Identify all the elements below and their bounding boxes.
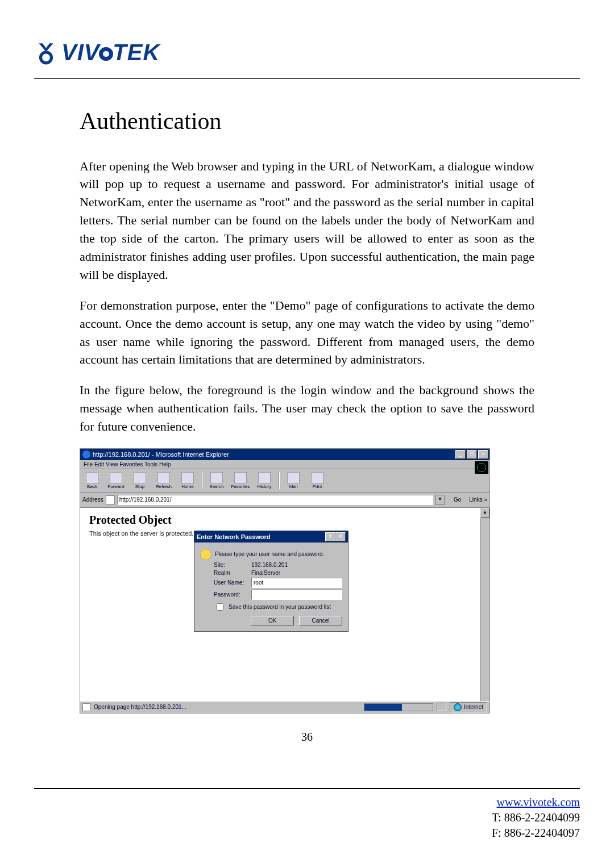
progress-bar bbox=[364, 703, 433, 711]
paragraph: In the figure below, the foreground is t… bbox=[80, 381, 534, 436]
ok-button[interactable]: OK bbox=[251, 616, 294, 625]
stop-button[interactable]: Stop bbox=[130, 472, 150, 489]
logo-text: VIVTEK bbox=[61, 40, 160, 65]
page-number: 36 bbox=[34, 731, 580, 744]
realm-label: Realm bbox=[214, 570, 248, 576]
browser-screenshot: http://192.168.0.201/ - Microsoft Intern… bbox=[80, 448, 490, 713]
footer-tel: T: 886-2-22404099 bbox=[492, 811, 580, 824]
page-title: Authentication bbox=[80, 107, 534, 135]
paragraph: After opening the Web browser and typing… bbox=[80, 157, 534, 284]
home-button[interactable]: Home bbox=[178, 472, 197, 489]
logo: VIVTEK bbox=[34, 40, 580, 67]
minimize-button[interactable]: _ bbox=[455, 450, 466, 459]
globe-icon bbox=[454, 703, 462, 711]
window-titlebar: http://192.168.0.201/ - Microsoft Intern… bbox=[80, 449, 489, 460]
username-input[interactable]: root bbox=[251, 578, 342, 588]
password-label: Password: bbox=[214, 591, 248, 598]
dialog-titlebar: Enter Network Password ? × bbox=[194, 531, 348, 542]
address-dropdown[interactable]: ▼ bbox=[435, 495, 445, 505]
cancel-button[interactable]: Cancel bbox=[299, 616, 342, 625]
forward-button[interactable]: Forward bbox=[106, 472, 126, 489]
auth-dialog: Enter Network Password ? × Please type y… bbox=[194, 531, 349, 632]
dialog-help-button[interactable]: ? bbox=[325, 532, 335, 541]
logo-mark-icon bbox=[34, 41, 58, 65]
close-button[interactable]: × bbox=[478, 450, 488, 459]
history-button[interactable]: History bbox=[255, 472, 274, 489]
dialog-title: Enter Network Password bbox=[197, 533, 271, 540]
password-input[interactable] bbox=[251, 590, 342, 600]
svg-marker-0 bbox=[39, 43, 53, 52]
site-value: 192.168.0.201 bbox=[251, 562, 288, 568]
zone-pane: Internet bbox=[450, 702, 487, 712]
search-button[interactable]: Search bbox=[207, 472, 226, 489]
save-password-checkbox[interactable] bbox=[216, 603, 223, 611]
address-input[interactable]: http://192.168.0.201/ bbox=[117, 495, 433, 505]
back-button[interactable]: Back bbox=[82, 472, 102, 489]
save-password-label: Save this password in your password list bbox=[229, 604, 331, 610]
footer: www.vivotek.com T: 886-2-22404099 F: 886… bbox=[0, 795, 614, 846]
browser-viewport: Protected Object This object on the serv… bbox=[80, 508, 489, 701]
username-label: User Name: bbox=[214, 579, 248, 586]
svg-point-1 bbox=[41, 52, 52, 62]
maximize-button[interactable]: □ bbox=[467, 450, 477, 459]
status-pane bbox=[437, 703, 446, 711]
scroll-up-icon[interactable]: ▲ bbox=[480, 508, 489, 518]
zone-label: Internet bbox=[464, 704, 483, 710]
site-label: Site: bbox=[214, 562, 248, 568]
footer-rule bbox=[34, 788, 580, 789]
realm-value: FinalServer bbox=[251, 570, 280, 576]
footer-url[interactable]: www.vivotek.com bbox=[497, 796, 580, 808]
paragraph: For demonstration purpose, enter the "De… bbox=[80, 297, 534, 369]
toolbar: Back Forward Stop Refresh Home Search Fa… bbox=[80, 469, 489, 493]
page-icon bbox=[82, 703, 90, 711]
address-bar: Address http://192.168.0.201/ ▼ Go Links… bbox=[80, 493, 489, 508]
window-title: http://192.168.0.201/ - Microsoft Intern… bbox=[93, 451, 229, 458]
status-bar: Opening page http://192.168.0.201... Int… bbox=[80, 701, 489, 713]
throbber-icon bbox=[475, 461, 488, 474]
footer-fax: F: 886-2-22404097 bbox=[492, 827, 580, 839]
favorites-button[interactable]: Favorites bbox=[231, 472, 250, 489]
links-button[interactable]: Links » bbox=[469, 496, 487, 503]
key-icon bbox=[200, 549, 211, 560]
go-button[interactable]: Go bbox=[454, 496, 461, 503]
refresh-button[interactable]: Refresh bbox=[154, 472, 173, 489]
ie-logo-icon bbox=[82, 450, 90, 458]
mail-button[interactable]: Mail bbox=[284, 472, 303, 489]
menubar[interactable]: File Edit View Favorites Tools Help bbox=[80, 460, 489, 469]
dialog-close-button[interactable]: × bbox=[335, 532, 346, 541]
error-title: Protected Object bbox=[89, 514, 480, 527]
address-label: Address bbox=[82, 496, 103, 503]
print-button[interactable]: Print bbox=[308, 472, 327, 489]
dialog-prompt: Please type your user name and password. bbox=[215, 551, 324, 557]
page-icon bbox=[106, 495, 115, 504]
status-text: Opening page http://192.168.0.201... bbox=[94, 704, 186, 710]
scrollbar[interactable]: ▲ bbox=[480, 508, 489, 701]
